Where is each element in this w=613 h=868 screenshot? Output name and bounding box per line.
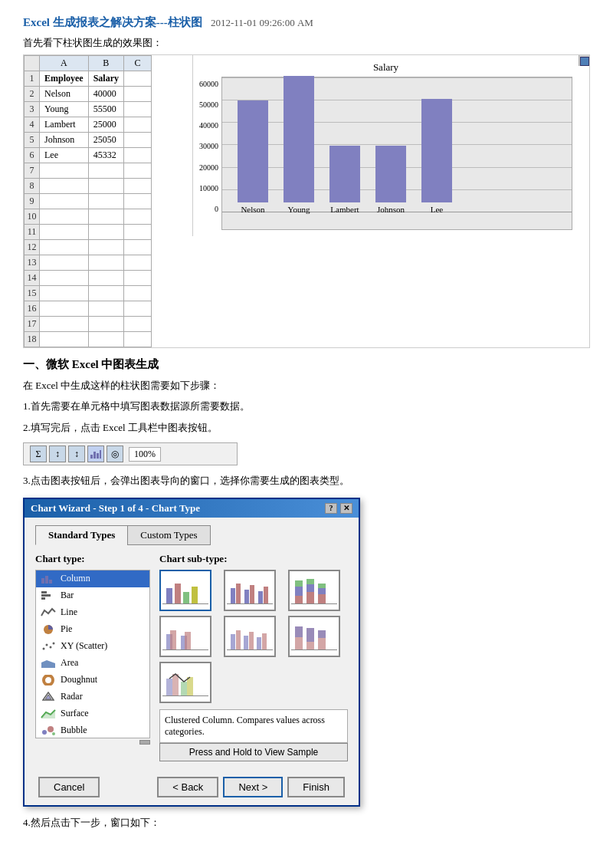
- chart-type-column-label: Column: [61, 573, 90, 584]
- cell-b3: 55500: [88, 102, 123, 117]
- svg-rect-39: [306, 584, 314, 592]
- chart-type-list[interactable]: Column Bar Line: [35, 570, 150, 738]
- cell-a6: Lee: [40, 148, 89, 163]
- subtype-6[interactable]: [288, 616, 340, 657]
- bar-young: Young: [284, 76, 314, 214]
- subtype-1[interactable]: [159, 570, 211, 611]
- table-row: 13: [25, 255, 152, 271]
- chart-type-bubble[interactable]: Bubble: [36, 722, 149, 738]
- chart-subtype-grid: [159, 570, 348, 703]
- help-button[interactable]: ?: [325, 503, 337, 514]
- chart-type-bar[interactable]: Bar: [36, 587, 149, 604]
- bar-lambert-rect: [329, 146, 360, 202]
- svg-rect-60: [306, 628, 314, 642]
- svg-rect-56: [227, 649, 273, 650]
- row-2-num: 2: [25, 87, 40, 102]
- table-row: 1 Employee Salary: [25, 71, 152, 87]
- table-row: 18: [25, 332, 152, 347]
- column-icon: [41, 573, 56, 585]
- back-button[interactable]: < Back: [157, 777, 218, 797]
- svg-rect-26: [192, 587, 198, 603]
- bar-lambert: Lambert: [329, 146, 360, 214]
- bar-icon: [41, 590, 56, 602]
- cell-c4: [124, 117, 152, 133]
- xy-scatter-icon: [41, 640, 56, 653]
- chart-type-surface[interactable]: Surface: [36, 705, 149, 722]
- bar-johnson: Johnson: [375, 146, 406, 214]
- cell-c5: [124, 133, 152, 148]
- dialog-content: Chart type: Column Bar: [35, 553, 348, 768]
- page-title: Excel 生成报表之解决方案---柱状图: [23, 16, 202, 28]
- svg-rect-43: [318, 584, 326, 588]
- excel-toolbar: Σ ↕ ↕ ◎ 100%: [23, 442, 238, 465]
- cell-c3: [124, 102, 152, 117]
- table-row: 4 Lambert 25000: [25, 117, 152, 133]
- svg-point-22: [52, 732, 55, 735]
- svg-rect-23: [166, 588, 172, 603]
- finish-button[interactable]: Finish: [287, 777, 345, 797]
- table-row: 2 Nelson 40000: [25, 87, 152, 102]
- chart-type-doughnut[interactable]: Doughnut: [36, 672, 149, 689]
- svg-rect-49: [162, 649, 208, 650]
- svg-rect-29: [236, 584, 241, 603]
- svg-rect-67: [187, 677, 193, 695]
- row-4-num: 4: [25, 117, 40, 133]
- svg-rect-38: [306, 592, 314, 603]
- scrollbar[interactable]: [579, 55, 589, 66]
- svg-rect-30: [244, 590, 249, 603]
- y-axis: 60000 50000 40000 30000 20000 10000 0: [199, 77, 221, 230]
- col-a-header: A: [40, 56, 89, 71]
- chart-type-area-label: Area: [61, 657, 78, 669]
- svg-rect-54: [257, 637, 261, 649]
- toolbar-sigma-icon[interactable]: Σ: [30, 446, 47, 462]
- svg-rect-63: [291, 649, 337, 650]
- chart-type-surface-label: Surface: [61, 708, 89, 719]
- subtype-2[interactable]: [224, 570, 276, 611]
- close-button[interactable]: ✕: [340, 503, 352, 514]
- chart-type-area[interactable]: Area: [36, 655, 149, 672]
- corner-cell: [25, 56, 40, 71]
- svg-point-17: [46, 678, 51, 682]
- chart-type-column[interactable]: Column: [36, 570, 149, 587]
- chart-type-pie[interactable]: Pie: [36, 621, 149, 638]
- toolbar-sort2-icon[interactable]: ↕: [68, 446, 85, 462]
- list-scrollbar[interactable]: [139, 740, 150, 745]
- subtype-5[interactable]: [224, 616, 276, 657]
- svg-rect-35: [295, 596, 303, 603]
- toolbar-chart-icon[interactable]: [87, 446, 104, 462]
- svg-rect-66: [181, 682, 187, 695]
- scrollbar-thumb[interactable]: [580, 57, 589, 66]
- list-scroll-indicator: [35, 740, 150, 745]
- subtype-4[interactable]: [159, 616, 211, 657]
- cancel-button[interactable]: Cancel: [38, 777, 100, 797]
- subtype-3[interactable]: [288, 570, 340, 611]
- bar-young-rect: [284, 76, 314, 202]
- cell-a5: Johnson: [40, 133, 89, 148]
- tab-standard-types[interactable]: Standard Types: [35, 525, 128, 545]
- cell-a2: Nelson: [40, 87, 89, 102]
- tab-custom-types[interactable]: Custom Types: [127, 525, 210, 545]
- bar-chart: Nelson Young Lambert Johns: [221, 77, 572, 230]
- chart-subtype-label: Chart sub-type:: [159, 553, 348, 565]
- next-button[interactable]: Next >: [223, 777, 283, 797]
- chart-type-xy[interactable]: XY (Scatter): [36, 638, 149, 655]
- table-row: 11: [25, 225, 152, 240]
- sample-button[interactable]: Press and Hold to View Sample: [159, 743, 348, 761]
- dialog-overlay: Chart Wizard - Step 1 of 4 - Chart Type …: [23, 498, 590, 807]
- svg-rect-3: [100, 450, 101, 459]
- dialog-title: Chart Wizard - Step 1 of 4 - Chart Type: [31, 502, 200, 515]
- chart-type-radar[interactable]: Radar: [36, 689, 149, 705]
- toolbar-sort-icon[interactable]: ↕: [49, 446, 66, 462]
- subtype-7[interactable]: [159, 662, 211, 703]
- cell-b4: 25000: [88, 117, 123, 133]
- cell-a4: Lambert: [40, 117, 89, 133]
- chart-type-label: Chart type:: [35, 553, 150, 565]
- section1-title: 一、微软 Excel 中图表生成: [23, 357, 590, 372]
- svg-rect-27: [162, 603, 208, 604]
- table-row: 7: [25, 163, 152, 179]
- table-row: 6 Lee 45332: [25, 148, 152, 163]
- svg-rect-28: [231, 588, 235, 603]
- chart-type-line[interactable]: Line: [36, 604, 149, 621]
- svg-rect-9: [41, 597, 45, 600]
- toolbar-extra-icon[interactable]: ◎: [107, 446, 123, 462]
